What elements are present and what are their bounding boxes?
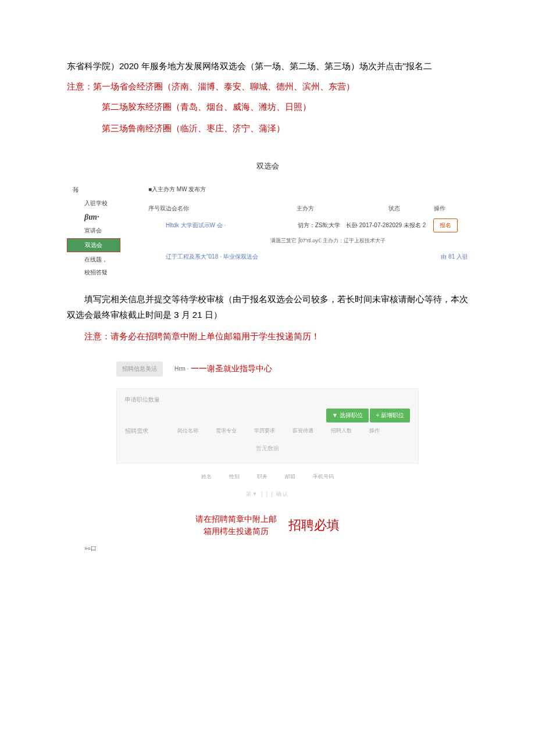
row-date: 长卧 2017-07-282029 未报名 2 <box>346 220 433 231</box>
hrm-label: Hrm · <box>174 364 188 374</box>
corner-mark: »«口 <box>67 543 468 554</box>
mini-table-header: 岗位名称 需求专业 学历要求 薪资待遇 招聘人数 操作 <box>172 426 380 435</box>
mid-notice: 注意：请务必在招聘简章中附上单位邮箱用于学生投递简历！ <box>67 328 468 344</box>
fraction-icon: ⅜ <box>67 184 142 197</box>
notice-3: 第三场鲁南经济圈（临沂、枣庄、济宁、蒲泽） <box>67 120 468 136</box>
filter-row: ■入主办方 MW 发布方 <box>148 184 468 195</box>
th-name: 序号双边会名你 <box>148 203 297 214</box>
th-action: 操作 <box>434 203 468 214</box>
demand-label: 招聘需求 <box>125 426 166 436</box>
notice-2: 第二场胶东经济圈（青岛、烟台、威海、潍坊、日照） <box>67 99 468 114</box>
col-op: 操作 <box>369 426 380 435</box>
col-salary: 薪资待遇 <box>293 426 313 435</box>
notice-1: 注意：第一场省会经济圈（济南、淄博、泰安、聊城、德州、滨州、东营） <box>67 78 468 94</box>
form-top: 招聘信息美活 Hrm · 一一谢圣就业指导中心 <box>116 361 419 377</box>
sidebar-item-school[interactable]: 入驻学校 <box>67 197 142 210</box>
contact-title: 职务 <box>257 472 268 481</box>
col-count: 招聘人数 <box>331 426 352 435</box>
section-header: 双选会 <box>67 159 468 173</box>
row-host: 切方：ZSfti;大学 <box>265 220 346 231</box>
table-row: 辽于工程及系大"018 · 毕业保双送会 由 81 入驻 <box>148 252 468 262</box>
form-section: 招聘信息美活 Hrm · 一一谢圣就业指导中心 申请职位数量 ▼ 选择职位 + … <box>116 361 419 499</box>
no-data: 暂无数据 <box>125 440 410 457</box>
divider: 第▼ | | | 确认 <box>116 489 419 499</box>
sidebar: ⅜ 入驻学校 βιm· 宣讲会 双选会 在线题， 校招答疑 <box>67 184 142 279</box>
table-row: Hltdk 大学面试示W 会 · 切方：ZSfti;大学 长卧 2017-07-… <box>148 218 468 232</box>
sidebar-item-qa[interactable]: 校招答疑 <box>67 266 142 279</box>
sub-line: 满愿三笈它 ʃ07'rtl.oyℂ 主办力：辽于上权技术大子 <box>148 236 468 245</box>
host-name: ZSfti;大学 <box>315 222 340 228</box>
button-row: ▼ 选择职位 + 新增职位 <box>125 409 410 422</box>
notice-1-text: 第一场省会经济圈（济南、淄博、泰安、聊城、德州、滨州、东营） <box>93 81 355 91</box>
th-host: 主办方 <box>297 203 388 214</box>
sidebar-item-active[interactable]: 双选会 <box>67 237 142 253</box>
row-name[interactable]: Hltdk 大学面试示W 会 · <box>148 220 265 231</box>
contact-email: 邮箱 <box>285 472 295 481</box>
bottom-line1: 请在招聘简章中附上邮 <box>195 514 277 524</box>
apply-count-label: 申请职位数量 <box>125 395 166 405</box>
row2-entered[interactable]: 由 81 入驻 <box>441 252 468 262</box>
apply-box: 申请职位数量 ▼ 选择职位 + 新增职位 招聘需求 岗位名称 需求专业 学历要求… <box>116 388 419 464</box>
col-edu: 学历要求 <box>254 426 275 435</box>
signup-button[interactable]: 报名 <box>433 218 458 232</box>
contact-phone: 手机号码 <box>313 472 334 481</box>
col-major: 需求专业 <box>216 426 237 435</box>
select-position-button[interactable]: ▼ 选择职位 <box>326 409 369 422</box>
sidebar-active-label: 双选会 <box>67 238 120 252</box>
row2-name[interactable]: 辽于工程及系大"018 · 毕业保双送会 <box>148 252 346 262</box>
sidebar-item-online[interactable]: 在线题， <box>67 253 142 266</box>
table-area: ⅜ 入驻学校 βιm· 宣讲会 双选会 在线题， 校招答疑 ■入主办方 MW 发… <box>67 184 468 261</box>
intro-line: 东省科学院）2020 年服务地方发展网络双选会（第一场、第二场、第三场）场次并点… <box>67 58 468 74</box>
form-pill[interactable]: 招聘信息美活 <box>116 361 163 377</box>
row-action-cell: 报名 <box>433 218 468 232</box>
contact-name: 姓名 <box>201 472 212 481</box>
notice-prefix: 注意： <box>67 81 93 91</box>
sidebar-item-talk[interactable]: 宣讲会 <box>67 224 142 237</box>
beta-icon: βιm· <box>67 210 142 224</box>
bottom-line2: 箱用樗生投递简历 <box>204 526 269 536</box>
bottom-left-text: 请在招聘简章中附上邮 箱用樗生投递简历 <box>195 513 277 538</box>
table-header: 序号双边会名你 主办方 状态 操作 <box>148 203 468 214</box>
contact-gender: 性别 <box>229 472 240 481</box>
col-position: 岗位名称 <box>177 426 198 435</box>
contact-row: 姓名 性别 职务 邮箱 手机号码 <box>116 472 419 481</box>
bottom-note: 请在招聘简章中附上邮 箱用樗生投递简历 招聘必填 <box>67 513 468 538</box>
host-prefix: 切方： <box>298 222 315 228</box>
mid-text: 填写完相关信息并提交等待学校审核（由于报名双选会公司较多，若长时间未审核请耐心等… <box>67 291 468 323</box>
center-title: 一一谢圣就业指导中心 <box>191 361 272 376</box>
th-status: 状态 <box>388 203 434 214</box>
add-position-button[interactable]: + 新增职位 <box>370 409 410 422</box>
table-content: ■入主办方 MW 发布方 序号双边会名你 主办方 状态 操作 Hltdk 大学面… <box>148 184 468 261</box>
bottom-big-text: 招聘必填 <box>288 514 340 537</box>
